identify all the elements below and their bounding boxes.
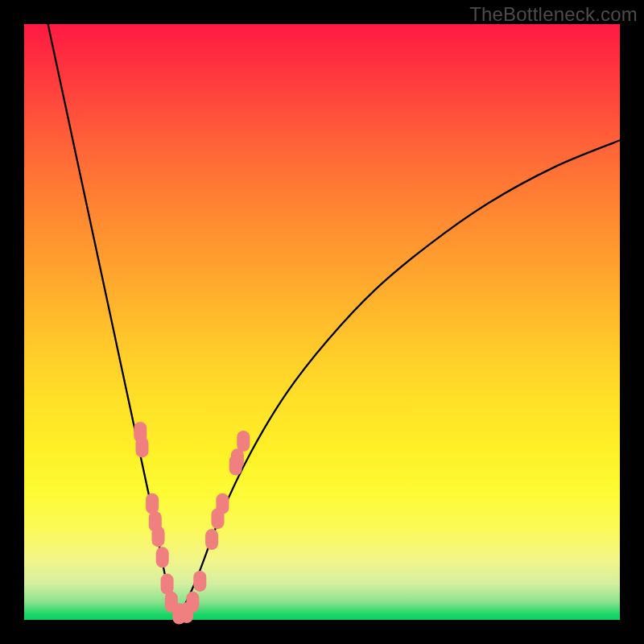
gpu-marker (186, 592, 199, 613)
gpu-marker (216, 493, 229, 514)
gpu-marker (146, 493, 159, 514)
gpu-marker (193, 571, 206, 592)
gpu-marker (152, 526, 165, 547)
gpu-marker (136, 436, 149, 457)
gpu-marker (231, 448, 244, 469)
gpu-marker (156, 547, 169, 568)
gpu-marker (237, 431, 250, 452)
gpu-markers (24, 24, 620, 620)
plot-area (24, 24, 620, 620)
chart-frame: TheBottleneck.com (0, 0, 644, 644)
watermark-text: TheBottleneck.com (469, 3, 638, 26)
gpu-marker (161, 574, 174, 595)
gpu-marker (205, 529, 218, 550)
gpu-marker-group (134, 422, 250, 625)
